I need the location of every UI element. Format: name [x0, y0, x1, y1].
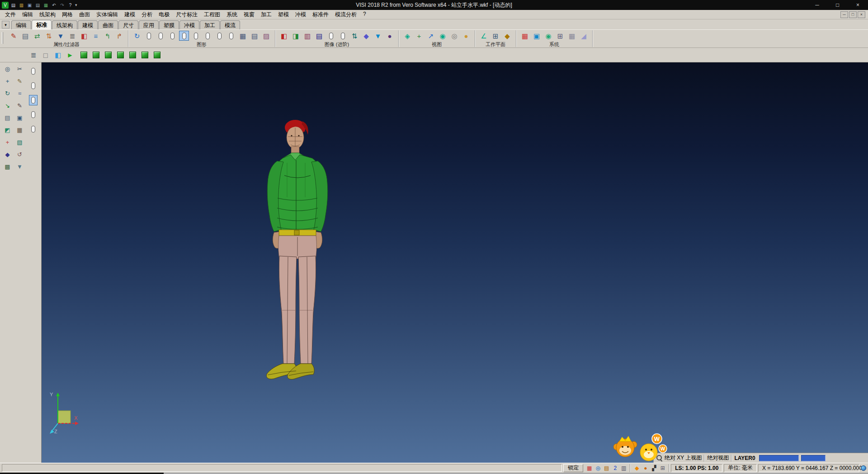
connection-status-icon[interactable]	[861, 465, 866, 471]
layers-icon[interactable]: ≣	[67, 31, 77, 41]
pattern-tool-icon[interactable]: ▩	[3, 162, 12, 171]
menu-item[interactable]: 文件	[2, 10, 19, 19]
top-view-cube[interactable]	[90, 50, 101, 61]
filter-select-icon[interactable]: ▼	[56, 31, 66, 41]
menu-item[interactable]: 分析	[138, 10, 156, 19]
add-entity-icon[interactable]: +	[3, 137, 12, 147]
mdi-restore-button[interactable]: □	[849, 11, 857, 18]
redo-icon[interactable]: ↷	[59, 2, 66, 9]
menu-item[interactable]: 模流分析	[332, 10, 360, 19]
graphics-filter-7-icon[interactable]	[214, 31, 224, 41]
display-filter-a-icon[interactable]	[29, 66, 38, 76]
graphics-filter-5-icon[interactable]	[191, 31, 201, 41]
pan-view-icon[interactable]: ↗	[426, 31, 436, 41]
sheet-tool-icon[interactable]: ▤	[3, 113, 12, 123]
menu-item[interactable]: 曲面	[76, 10, 93, 19]
graphics-filter-4-icon[interactable]	[179, 31, 189, 41]
print-toggle-icon[interactable]: ▤	[603, 464, 610, 472]
rotate-tool-icon[interactable]: ↻	[3, 89, 12, 98]
workplane-align-icon[interactable]: ◆	[502, 31, 512, 41]
tab-dimension[interactable]: 尺寸	[118, 20, 138, 29]
menu-item[interactable]: 编辑	[19, 10, 36, 19]
open-file-icon[interactable]: ▥	[18, 2, 25, 9]
workplane-icon[interactable]: ∠	[479, 31, 489, 41]
iso-view-cube[interactable]	[78, 50, 89, 61]
advanced-render-icon[interactable]: ▤	[314, 31, 324, 41]
saved-views-icon[interactable]: ●	[461, 31, 471, 41]
annotate-tool-icon[interactable]: ✎	[15, 101, 24, 110]
snap-tool-icon[interactable]: +	[3, 76, 12, 86]
display-filter-d-icon[interactable]	[29, 109, 38, 120]
advanced-filter-1-icon[interactable]	[326, 31, 336, 41]
units-indicator[interactable]: 单位: 毫米	[724, 464, 757, 472]
tab-dropdown-icon[interactable]: ▾	[2, 21, 9, 28]
menu-item[interactable]: 建模	[121, 10, 138, 19]
tab-wireframe[interactable]: 线架构	[52, 20, 77, 29]
transparency-icon[interactable]: ◆	[361, 31, 371, 41]
plane-tool-icon[interactable]: ▣	[15, 113, 24, 123]
display-options-icon[interactable]: ▤	[250, 31, 259, 41]
calculator-icon[interactable]: ⊞	[555, 31, 565, 41]
menu-item[interactable]: 视窗	[241, 10, 258, 19]
back-view-cube[interactable]	[139, 50, 150, 61]
dynamic-section-icon[interactable]: ▼	[373, 31, 383, 41]
zoom-tool-icon[interactable]: ◎	[3, 64, 12, 74]
view-orientation-label[interactable]: 绝对 XY 上视图	[665, 454, 702, 462]
tab-mould[interactable]: 塑膜	[159, 20, 179, 29]
grid-settings-icon[interactable]: ▦	[567, 31, 577, 41]
visi-logo[interactable]: V	[2, 2, 9, 9]
advanced-shade-icon[interactable]: ◧	[279, 31, 289, 41]
advanced-hidden-icon[interactable]: ▥	[302, 31, 312, 41]
point-tool-icon[interactable]: ◆	[3, 150, 12, 159]
mesh-tool-icon[interactable]: ▦	[15, 125, 24, 135]
display-settings-icon[interactable]: ▣	[532, 31, 542, 41]
viewport-3d[interactable]: Y X Z	[42, 62, 868, 463]
tab-modeling[interactable]: 建模	[78, 20, 98, 29]
graphics-filter-1-icon[interactable]	[144, 31, 154, 41]
help-icon[interactable]: ?	[67, 2, 74, 9]
copy-attributes-icon[interactable]: ⇄	[32, 31, 42, 41]
advanced-wireframe-icon[interactable]: ◨	[291, 31, 301, 41]
tab-edit[interactable]: 编辑	[11, 20, 31, 29]
color-table-icon[interactable]: ▦	[520, 31, 530, 41]
tab-standard[interactable]: 标准	[32, 20, 52, 29]
rotate-view-icon[interactable]: ◉	[438, 31, 448, 41]
graphics-filter-2-icon[interactable]	[156, 31, 165, 41]
right-view-cube[interactable]	[115, 50, 126, 61]
grid-toggle-icon[interactable]: ▦	[585, 464, 593, 472]
split-view-icon[interactable]: ◧	[52, 50, 63, 61]
menu-item[interactable]: 标准件	[309, 10, 332, 19]
keyboard-toggle-icon[interactable]: ▥	[620, 464, 627, 472]
material-icon[interactable]: ●	[385, 31, 395, 41]
mdi-close-button[interactable]: ×	[858, 11, 865, 18]
menu-item[interactable]: 尺寸标注	[173, 10, 201, 19]
menu-item[interactable]: 系统	[223, 10, 241, 19]
layer-color-bar[interactable]	[759, 455, 799, 461]
properties-icon[interactable]: ✎	[9, 31, 19, 41]
bottom-view-cube[interactable]	[151, 50, 162, 61]
undo-icon[interactable]: ↶	[51, 2, 57, 9]
display-filter-c-icon[interactable]	[29, 95, 38, 105]
tab-die[interactable]: 冲模	[179, 20, 199, 29]
trim-tool-icon[interactable]: ✂	[15, 64, 24, 74]
display-filter-b-icon[interactable]	[29, 81, 38, 91]
next-filter-icon[interactable]: ↱	[114, 31, 124, 41]
menu-item[interactable]: 电极	[156, 10, 173, 19]
profile2-toggle-icon[interactable]: 2	[611, 464, 619, 472]
zoom-toggle-icon[interactable]: ◎	[594, 464, 602, 472]
front-view-cube[interactable]	[103, 50, 113, 61]
new-window-icon[interactable]: ◻	[40, 50, 51, 61]
assistant-toggle-icon[interactable]: ●	[642, 464, 649, 472]
print-preview-icon[interactable]: ▤	[20, 31, 30, 41]
menu-item[interactable]: 实体编辑	[93, 10, 121, 19]
section-view-icon[interactable]: ⇅	[349, 31, 359, 41]
shade-tool-icon[interactable]: ◩	[3, 125, 12, 135]
plot-icon[interactable]: ▦	[42, 2, 49, 9]
cube-toggle-icon[interactable]: ◆	[633, 464, 641, 472]
advanced-filter-2-icon[interactable]	[338, 31, 348, 41]
graphics-filter-3-icon[interactable]	[167, 31, 177, 41]
layer-list-icon[interactable]: ≣	[28, 50, 39, 61]
workplane-grid-icon[interactable]: ⊞	[491, 31, 500, 41]
menu-item[interactable]: ?	[360, 10, 369, 19]
mdi-minimize-button[interactable]: ─	[840, 11, 848, 18]
